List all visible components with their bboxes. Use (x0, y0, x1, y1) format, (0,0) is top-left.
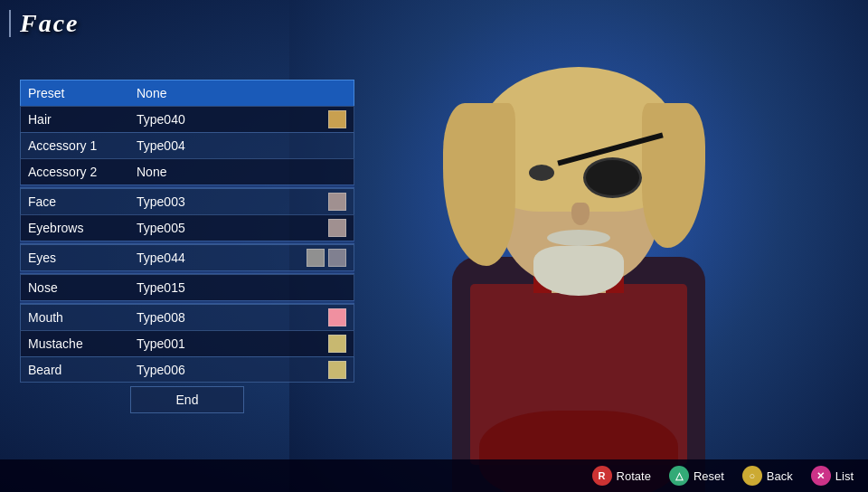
menu-value-preset: None (137, 86, 346, 100)
menu-label-eyebrows: Eyebrows (28, 221, 137, 235)
end-button-container: End (20, 386, 354, 413)
btn-icon-back: ○ (742, 466, 762, 486)
menu-item-accessory2[interactable]: Accessory 2None (20, 158, 354, 184)
menu-items-list: PresetNoneHairType040Accessory 1Type004A… (20, 80, 354, 383)
color-swatch-beard-0[interactable] (328, 361, 346, 379)
color-swatch-eyebrows-0[interactable] (328, 219, 346, 237)
char-head (497, 94, 660, 284)
color-swatch-eyes-1[interactable] (328, 249, 346, 267)
menu-value-accessory1: Type004 (137, 138, 346, 153)
color-swatch-face-0[interactable] (328, 193, 346, 211)
character-figure (434, 76, 723, 492)
color-swatch-hair-0[interactable] (328, 110, 346, 128)
menu-value-hair: Type040 (137, 112, 325, 127)
color-swatch-mustache-0[interactable] (328, 335, 346, 353)
title-bar: Face (9, 9, 80, 38)
bottom-btn-back[interactable]: ○Back (742, 466, 793, 486)
menu-item-face[interactable]: FaceType003 (20, 188, 354, 214)
bottom-bar: RRotate△Reset○Back✕List (0, 459, 868, 492)
char-eyepatch (583, 157, 642, 198)
menu-label-face: Face (28, 194, 137, 209)
menu-label-beard: Beard (28, 363, 137, 377)
menu-item-mouth[interactable]: MouthType008 (20, 304, 354, 330)
color-swatch-eyes-0[interactable] (307, 249, 325, 267)
btn-label-rotate: Rotate (617, 469, 651, 483)
color-swatch-mouth-0[interactable] (328, 308, 346, 326)
menu-value-eyebrows: Type005 (137, 221, 325, 235)
menu-label-eyes: Eyes (28, 251, 137, 265)
bottom-buttons: RRotate△Reset○Back✕List (592, 466, 854, 486)
menu-item-preset[interactable]: PresetNone (20, 80, 354, 106)
char-mustache (547, 230, 610, 246)
menu-value-mustache: Type001 (137, 336, 325, 351)
btn-icon-rotate: R (592, 466, 612, 486)
menu-value-eyes: Type044 (137, 251, 303, 265)
char-hair-right (642, 103, 705, 248)
menu-item-mustache[interactable]: MustacheType001 (20, 330, 354, 356)
menu-label-preset: Preset (28, 86, 137, 100)
btn-label-back: Back (767, 469, 793, 483)
menu-value-mouth: Type008 (137, 310, 325, 325)
btn-label-list: List (835, 469, 854, 483)
menu-label-nose: Nose (28, 280, 137, 295)
char-beard (533, 246, 624, 296)
menu-label-mustache: Mustache (28, 336, 137, 351)
btn-icon-reset: △ (669, 466, 689, 486)
menu-label-mouth: Mouth (28, 310, 137, 325)
bottom-btn-rotate[interactable]: RRotate (592, 466, 651, 486)
menu-item-beard[interactable]: BeardType006 (20, 356, 354, 383)
menu-item-eyes[interactable]: EyesType044 (20, 244, 354, 270)
menu-item-nose[interactable]: NoseType015 (20, 274, 354, 300)
menu-value-beard: Type006 (137, 363, 325, 377)
char-eye-left (529, 165, 554, 181)
menu-item-eyebrows[interactable]: EyebrowsType005 (20, 214, 354, 241)
bottom-btn-list[interactable]: ✕List (811, 466, 854, 486)
btn-label-reset: Reset (693, 469, 724, 483)
end-button[interactable]: End (130, 386, 245, 413)
menu-item-hair[interactable]: HairType040 (20, 106, 354, 132)
title-decoration (9, 10, 11, 37)
menu-value-face: Type003 (137, 194, 325, 209)
menu-panel: PresetNoneHairType040Accessory 1Type004A… (20, 80, 354, 413)
menu-item-accessory1[interactable]: Accessory 1Type004 (20, 132, 354, 158)
character-display (289, 0, 868, 492)
menu-label-accessory1: Accessory 1 (28, 138, 137, 153)
btn-icon-list: ✕ (811, 466, 831, 486)
menu-label-hair: Hair (28, 112, 137, 127)
menu-label-accessory2: Accessory 2 (28, 165, 137, 179)
page-title: Face (20, 9, 80, 38)
menu-value-nose: Type015 (137, 280, 346, 295)
char-hair-left (443, 103, 515, 266)
char-nose (571, 203, 590, 225)
menu-value-accessory2: None (137, 165, 346, 179)
bottom-btn-reset[interactable]: △Reset (669, 466, 724, 486)
